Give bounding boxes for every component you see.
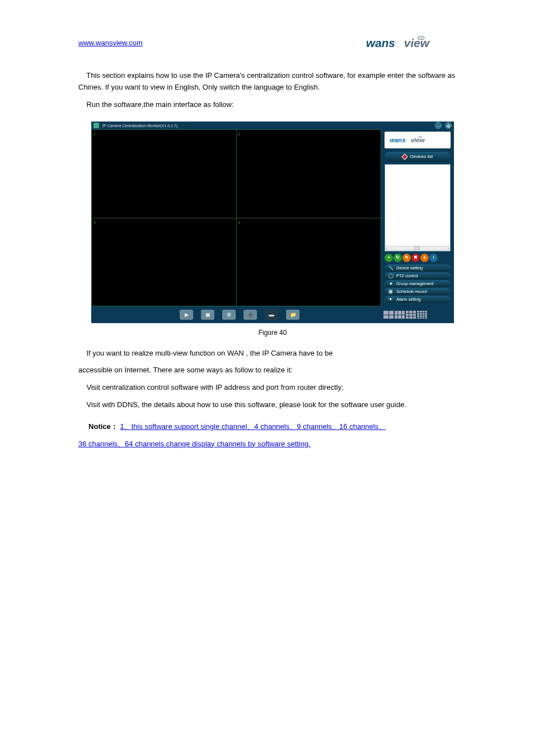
group-management-item[interactable]: ★Group management <box>385 280 451 287</box>
svg-text:view: view <box>411 137 425 143</box>
notice-link-text[interactable]: 1、this software support single channel、4… <box>120 422 386 431</box>
snapshot-button[interactable]: ▣ <box>201 310 214 320</box>
playback-button[interactable]: ▶ <box>180 310 193 320</box>
website-link[interactable]: www.wansview.com <box>78 38 143 49</box>
figure-caption: Figure 40 <box>78 328 467 338</box>
notice-line-2: 36 channels、64 channels.change display c… <box>78 438 467 450</box>
video-cell-4[interactable]: 4 <box>237 218 381 306</box>
app-icon <box>93 123 99 128</box>
layout-16-button[interactable] <box>417 311 427 319</box>
page-header: www.wansview.com wans view <box>78 34 467 53</box>
svg-text:wans: wans <box>366 36 395 49</box>
log-button[interactable]: ▬ <box>265 310 278 320</box>
delete-icon[interactable]: ✖ <box>411 254 420 262</box>
settings-button[interactable]: ⚙ <box>222 310 236 320</box>
intro-paragraph: This section explains how to use the IP … <box>78 70 467 94</box>
devices-list-icon <box>401 154 407 160</box>
video-cell-3[interactable]: 3 <box>92 218 236 306</box>
svg-point-7 <box>420 137 420 137</box>
wrench-icon: 🔧 <box>388 266 394 270</box>
app-titlebar: IP Camera Centralization Monitor(V1.6.1.… <box>91 122 454 129</box>
page-bottom-whitespace <box>78 455 467 668</box>
layout-64-button[interactable] <box>439 311 449 319</box>
devices-list[interactable]: ‹ › <box>385 164 451 251</box>
schedule-record-item[interactable]: ▦Schedule record <box>385 288 451 295</box>
outro-line-2: accessible on Internet. There are some w… <box>78 365 467 376</box>
outro-line-3: Visit centralization control software wi… <box>78 382 467 394</box>
edit-icon[interactable]: ✎ <box>402 254 411 262</box>
eye-icon: 👁 <box>388 297 394 302</box>
app-title: IP Camera Centralization Monitor(V1.6.1.… <box>102 123 435 129</box>
info-icon[interactable]: i <box>429 254 438 262</box>
layout-6-button[interactable] <box>395 311 405 319</box>
star-icon: ★ <box>388 282 394 286</box>
outro-line-4: Visit with DDNS, the details about how t… <box>78 399 467 411</box>
app-window: IP Camera Centralization Monitor(V1.6.1.… <box>91 122 454 323</box>
right-panel: wans view Devices list ‹ › <box>381 129 454 306</box>
screenshot-figure: IP Camera Centralization Monitor(V1.6.1.… <box>78 122 467 323</box>
alarm-setting-item[interactable]: 👁Alarm setting <box>385 296 451 303</box>
ptz-icon: ◯ <box>388 274 394 278</box>
device-setting-item[interactable]: 🔧Device setting <box>385 264 451 272</box>
outro-line-1: If you want to realize multi-view functi… <box>78 348 467 360</box>
record-icon[interactable]: ● <box>420 254 429 262</box>
notice-block: Notice： 1、this software support single c… <box>78 421 467 433</box>
brand-logo: wans view <box>366 34 467 53</box>
minimize-button[interactable]: – <box>435 122 442 129</box>
video-grid: 1 2 3 4 <box>91 129 381 306</box>
svg-point-3 <box>420 38 421 39</box>
folder-button[interactable]: 📁 <box>286 310 299 320</box>
schedule-icon: ▦ <box>388 290 394 294</box>
device-action-row: + ↻ ✎ ✖ ● i <box>385 254 451 262</box>
devices-list-header[interactable]: Devices list <box>385 152 451 162</box>
refresh-icon[interactable]: ↻ <box>394 254 402 262</box>
video-cell-1[interactable]: 1 <box>92 130 236 218</box>
close-button[interactable]: ⏻ <box>445 122 452 129</box>
layout-36-button[interactable] <box>428 311 438 319</box>
svg-text:view: view <box>404 36 430 49</box>
layout-9-button[interactable] <box>406 311 416 319</box>
layout-switcher <box>383 311 449 319</box>
add-button[interactable]: ➕ <box>243 310 257 320</box>
run-software-text: Run the software,the main interface as f… <box>78 99 467 111</box>
layout-4-button[interactable] <box>383 311 394 319</box>
ptz-control-item[interactable]: ◯PTZ control <box>385 272 451 279</box>
devices-list-scrollbar[interactable]: ‹ › <box>386 246 449 250</box>
svg-text:wans: wans <box>390 137 406 143</box>
add-device-icon[interactable]: + <box>385 254 393 262</box>
video-cell-2[interactable]: 2 <box>237 130 381 218</box>
panel-brand-logo: wans view <box>385 132 451 148</box>
notice-label: Notice <box>88 422 111 431</box>
bottom-toolbar: ▶ ▣ ⚙ ➕ ▬ 📁 <box>91 306 454 323</box>
function-list: 🔧Device setting ◯PTZ control ★Group mana… <box>385 264 451 304</box>
